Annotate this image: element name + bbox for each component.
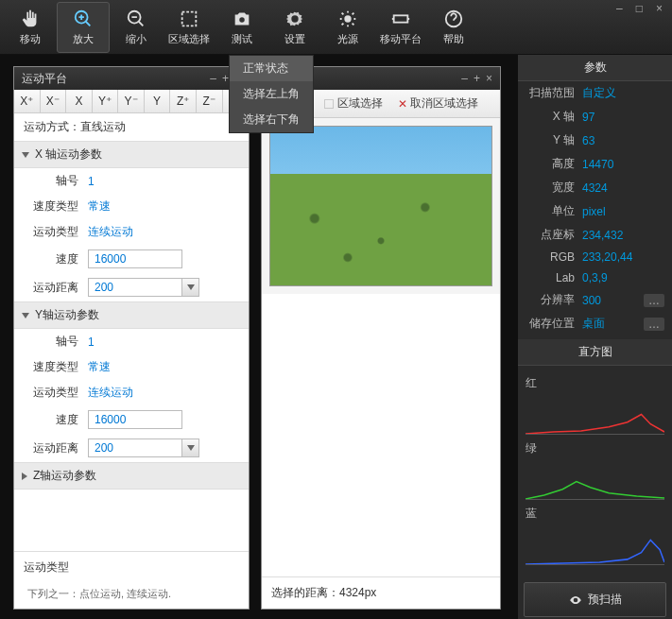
axis-z-minus[interactable]: Z⁻ [197, 90, 223, 112]
x-speed-input[interactable] [88, 249, 182, 268]
close-button[interactable]: × [652, 2, 666, 15]
light-icon [337, 9, 358, 29]
histogram-red [526, 395, 664, 435]
prescan-button[interactable]: 预扫描 [524, 582, 666, 617]
preview-cancel[interactable]: ✕取消区域选择 [392, 93, 484, 114]
camera-icon [232, 9, 252, 29]
motion-panel: 运动平台 –+× X⁺ X⁻ X Y⁺ Y⁻ Y Z⁺ Z⁻ Z 运动方式：直线… [13, 66, 250, 610]
y-distance-dropdown[interactable] [182, 438, 199, 457]
histogram-green [526, 460, 664, 500]
x-speed-type: 常速 [88, 198, 111, 215]
dropdown-item-topleft[interactable]: 选择左上角 [230, 81, 313, 107]
main-toolbar: 移动 放大 缩小 区域选择 测试 设置 光源 移动平台 帮助 – □ × [0, 0, 672, 55]
z-section-header[interactable]: Z轴运动参数 [14, 462, 249, 490]
tool-test[interactable]: 测试 [215, 2, 268, 53]
preview-footer: 选择的距离：4324px [262, 576, 500, 609]
param-rgb: 233,20,44 [582, 250, 632, 264]
x-distance-dropdown[interactable] [182, 278, 199, 297]
dropdown-item-normal[interactable]: 正常状态 [230, 56, 313, 81]
x-distance-input[interactable] [88, 278, 182, 297]
svg-point-4 [345, 16, 351, 22]
preview-panel: 预览 –+× 移动 区域选择 ✕取消区域选择 选择的距离：4324px [261, 66, 501, 610]
chevron-down-icon [22, 152, 29, 158]
param-scan-range[interactable]: 自定义 [582, 85, 616, 101]
x-axis-no: 1 [88, 175, 95, 188]
save-more[interactable]: … [644, 318, 664, 331]
platform-icon [390, 9, 411, 29]
histogram-blue [526, 525, 664, 565]
axis-buttons: X⁺ X⁻ X Y⁺ Y⁻ Y Z⁺ Z⁻ Z [14, 90, 249, 113]
tool-move[interactable]: 移动 [4, 2, 57, 53]
y-speed-input[interactable] [88, 410, 182, 429]
x-section-header[interactable]: X 轴运动参数 [14, 141, 249, 168]
y-motion-type: 连续运动 [88, 385, 133, 401]
tool-zoom-in[interactable]: 放大 [57, 2, 110, 53]
param-height[interactable]: 14470 [582, 158, 613, 171]
y-section-header[interactable]: Y轴运动参数 [14, 301, 249, 329]
motion-mode: 运动方式：直线运动 [14, 113, 249, 141]
tool-platform[interactable]: 移动平台 [374, 2, 427, 53]
svg-rect-7 [325, 99, 334, 108]
param-y[interactable]: 63 [582, 134, 594, 147]
minimize-button[interactable]: – [612, 2, 627, 15]
param-unit[interactable]: pixel [582, 205, 606, 218]
panel-add-icon[interactable]: + [474, 72, 480, 85]
window-controls: – □ × [612, 2, 666, 15]
preview-select[interactable]: 区域选择 [318, 93, 388, 114]
help-icon [443, 9, 464, 29]
motion-panel-title: 运动平台 [22, 71, 67, 87]
chevron-down-icon [187, 445, 195, 451]
histogram-header: 直方图 [518, 339, 672, 366]
y-speed-type: 常速 [88, 359, 111, 375]
param-point: 234,432 [582, 229, 623, 242]
resolution-more[interactable]: … [644, 294, 664, 307]
axis-z-plus[interactable]: Z⁺ [170, 90, 197, 112]
tool-settings[interactable]: 设置 [268, 2, 321, 53]
param-resolution[interactable]: 300 [582, 294, 601, 307]
axis-x[interactable]: X [66, 90, 93, 112]
param-width[interactable]: 4324 [582, 181, 608, 195]
eye-icon [569, 593, 582, 607]
panel-min-icon[interactable]: – [461, 72, 468, 85]
tool-light[interactable]: 光源 [321, 2, 374, 53]
tool-zoom-out[interactable]: 缩小 [110, 2, 163, 53]
panel-close-icon[interactable]: × [486, 72, 492, 85]
motion-type-footer: 运动类型 [14, 551, 249, 583]
tool-help[interactable]: 帮助 [427, 2, 480, 53]
preview-image[interactable] [269, 126, 492, 286]
gear-icon [284, 9, 305, 29]
svg-rect-5 [394, 15, 408, 22]
axis-x-plus[interactable]: X⁺ [14, 90, 41, 112]
svg-point-3 [239, 17, 245, 23]
histo-red-label: 红 [526, 375, 664, 391]
chevron-down-icon [22, 313, 29, 318]
histo-green-label: 绿 [526, 440, 664, 456]
histo-blue-label: 蓝 [526, 506, 664, 522]
motion-type-desc: 下列之一：点位运动, 连续运动. [14, 583, 249, 609]
region-dropdown: 正常状态 选择左上角 选择右下角 [229, 55, 314, 133]
cancel-icon: ✕ [398, 97, 407, 111]
axis-y-plus[interactable]: Y⁺ [93, 90, 119, 112]
params-header: 参数 [518, 55, 672, 81]
dropdown-item-bottomright[interactable]: 选择右下角 [230, 107, 313, 132]
param-lab: 0,3,9 [582, 271, 608, 284]
axis-x-minus[interactable]: X⁻ [41, 90, 67, 112]
maximize-button[interactable]: □ [632, 2, 646, 15]
x-motion-type: 连续运动 [88, 224, 133, 240]
svg-rect-2 [182, 11, 197, 26]
zoom-in-icon [73, 9, 94, 29]
tool-region-select[interactable]: 区域选择 [163, 2, 215, 53]
panel-add-icon[interactable]: + [222, 72, 229, 85]
axis-y-minus[interactable]: Y⁻ [118, 90, 145, 112]
motion-panel-header: 运动平台 –+× [14, 67, 249, 90]
right-sidebar: 参数 扫描范围自定义 X 轴97 Y 轴63 高度14470 宽度4324 单位… [518, 55, 672, 619]
axis-y[interactable]: Y [145, 90, 171, 112]
select-icon [179, 9, 199, 29]
param-x[interactable]: 97 [582, 111, 594, 124]
panel-min-icon[interactable]: – [210, 72, 216, 85]
y-distance-input[interactable] [88, 438, 182, 457]
param-save[interactable]: 桌面 [582, 316, 605, 332]
y-axis-no: 1 [88, 335, 95, 349]
hand-icon [20, 9, 41, 29]
select-icon [323, 98, 335, 110]
